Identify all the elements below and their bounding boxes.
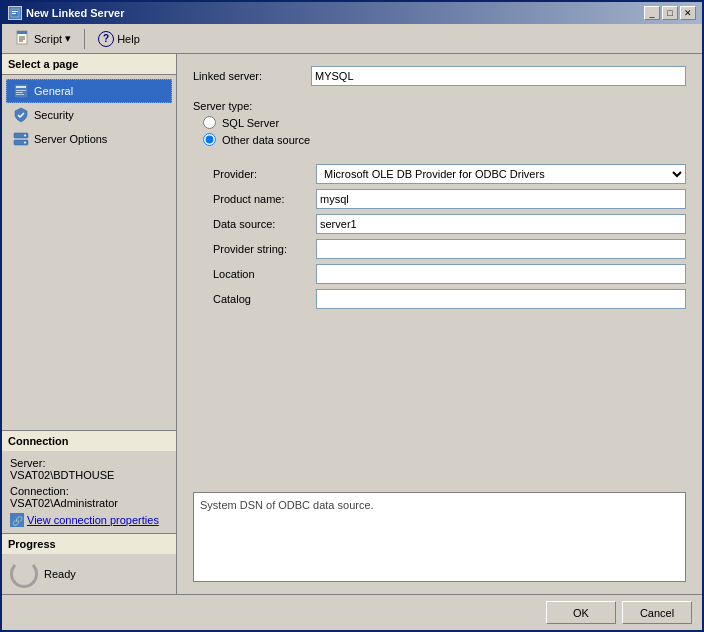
server-label: Server:	[10, 457, 45, 469]
progress-section-header: Progress	[2, 533, 176, 554]
linked-server-input[interactable]	[311, 66, 686, 86]
sidebar-connection-info: Server: VSAT02\BDTHOUSE Connection: VSAT…	[2, 451, 176, 533]
svg-rect-11	[16, 92, 23, 93]
connection-label: Connection:	[10, 485, 69, 497]
sidebar-header: Select a page	[2, 54, 176, 75]
linked-server-row: Linked server:	[193, 66, 686, 86]
location-row: Location	[213, 264, 686, 284]
security-icon	[13, 107, 29, 123]
sidebar-items: General Security	[2, 75, 176, 155]
catalog-row: Catalog	[213, 289, 686, 309]
general-icon	[13, 83, 29, 99]
sidebar-item-security[interactable]: Security	[6, 103, 172, 127]
linked-server-label: Linked server:	[193, 70, 303, 82]
sidebar-item-general[interactable]: General	[6, 79, 172, 103]
toolbar: Script ▾ ? Help	[2, 24, 702, 54]
view-connection-link[interactable]: 🔗 View connection properties	[10, 513, 168, 527]
content-area: Linked server: Server type: SQL Server O…	[177, 54, 702, 594]
help-button[interactable]: ? Help	[91, 28, 147, 50]
svg-text:🔗: 🔗	[12, 515, 24, 527]
sql-server-radio[interactable]	[203, 116, 216, 129]
provider-string-label: Provider string:	[213, 243, 308, 255]
svg-rect-10	[16, 90, 26, 91]
server-value: VSAT02\BDTHOUSE	[10, 469, 114, 481]
title-bar-controls: _ □ ✕	[644, 6, 696, 20]
location-label: Location	[213, 268, 308, 280]
help-icon: ?	[98, 31, 114, 47]
provider-dropdown-wrapper: Microsoft OLE DB Provider for ODBC Drive…	[316, 164, 686, 184]
data-source-input[interactable]	[316, 214, 686, 234]
general-label: General	[34, 85, 73, 97]
connection-section-header: Connection	[2, 430, 176, 451]
data-source-label-text: Data source:	[213, 218, 275, 230]
script-dropdown-arrow: ▾	[65, 32, 71, 45]
location-input[interactable]	[316, 264, 686, 284]
server-type-section: Server type: SQL Server Other data sourc…	[193, 100, 686, 150]
svg-rect-2	[12, 13, 16, 14]
sql-server-radio-row: SQL Server	[193, 116, 686, 129]
help-label: Help	[117, 33, 140, 45]
server-options-icon	[13, 131, 29, 147]
provider-label: Provider:	[213, 168, 308, 180]
catalog-label: Catalog	[213, 293, 308, 305]
data-source-row: Data source:	[213, 214, 686, 234]
minimize-button[interactable]: _	[644, 6, 660, 20]
progress-content: Ready	[2, 554, 176, 594]
server-options-label: Server Options	[34, 133, 107, 145]
server-info-row: Server: VSAT02\BDTHOUSE	[10, 457, 168, 481]
product-name-row: Product name:	[213, 189, 686, 209]
indent-section: Provider: Microsoft OLE DB Provider for …	[193, 164, 686, 309]
link-icon: 🔗	[10, 513, 24, 527]
provider-row: Provider: Microsoft OLE DB Provider for …	[213, 164, 686, 184]
progress-spinner	[10, 560, 38, 588]
svg-point-14	[24, 135, 26, 137]
security-label: Security	[34, 109, 74, 121]
description-box: System DSN of ODBC data source.	[193, 492, 686, 582]
title-bar-left: New Linked Server	[8, 6, 124, 20]
footer: OK Cancel	[2, 594, 702, 630]
other-source-radio-row: Other data source	[193, 133, 686, 146]
title-bar: New Linked Server _ □ ✕	[2, 2, 702, 24]
product-name-label: Product name:	[213, 193, 308, 205]
window-title: New Linked Server	[26, 7, 124, 19]
data-source-label: Data source:	[213, 218, 308, 230]
sidebar: Select a page General	[2, 54, 177, 594]
catalog-input[interactable]	[316, 289, 686, 309]
svg-rect-4	[17, 31, 27, 34]
description-text: System DSN of ODBC data source.	[200, 499, 374, 511]
cancel-button[interactable]: Cancel	[622, 601, 692, 624]
sidebar-item-server-options[interactable]: Server Options	[6, 127, 172, 151]
main-content: Select a page General	[2, 54, 702, 594]
script-button[interactable]: Script ▾	[8, 27, 78, 51]
provider-select[interactable]: Microsoft OLE DB Provider for ODBC Drive…	[316, 164, 686, 184]
maximize-button[interactable]: □	[662, 6, 678, 20]
svg-rect-9	[16, 86, 26, 88]
progress-status: Ready	[44, 568, 76, 580]
script-icon	[15, 30, 31, 48]
other-source-label: Other data source	[222, 134, 310, 146]
close-button[interactable]: ✕	[680, 6, 696, 20]
provider-string-input[interactable]	[316, 239, 686, 259]
product-name-input[interactable]	[316, 189, 686, 209]
script-label: Script	[34, 33, 62, 45]
connection-value: VSAT02\Administrator	[10, 497, 118, 509]
main-window: New Linked Server _ □ ✕ Script ▾	[0, 0, 704, 632]
svg-point-16	[24, 142, 26, 144]
svg-rect-1	[12, 11, 18, 12]
sidebar-bottom: Connection Server: VSAT02\BDTHOUSE Conne…	[2, 430, 176, 594]
other-source-radio[interactable]	[203, 133, 216, 146]
window-icon	[8, 6, 22, 20]
view-connection-text: View connection properties	[27, 514, 159, 526]
ok-button[interactable]: OK	[546, 601, 616, 624]
svg-rect-12	[16, 94, 24, 95]
server-type-label: Server type:	[193, 100, 686, 112]
provider-string-row: Provider string:	[213, 239, 686, 259]
toolbar-divider	[84, 29, 85, 49]
sql-server-label: SQL Server	[222, 117, 279, 129]
connection-info-row: Connection: VSAT02\Administrator	[10, 485, 168, 509]
